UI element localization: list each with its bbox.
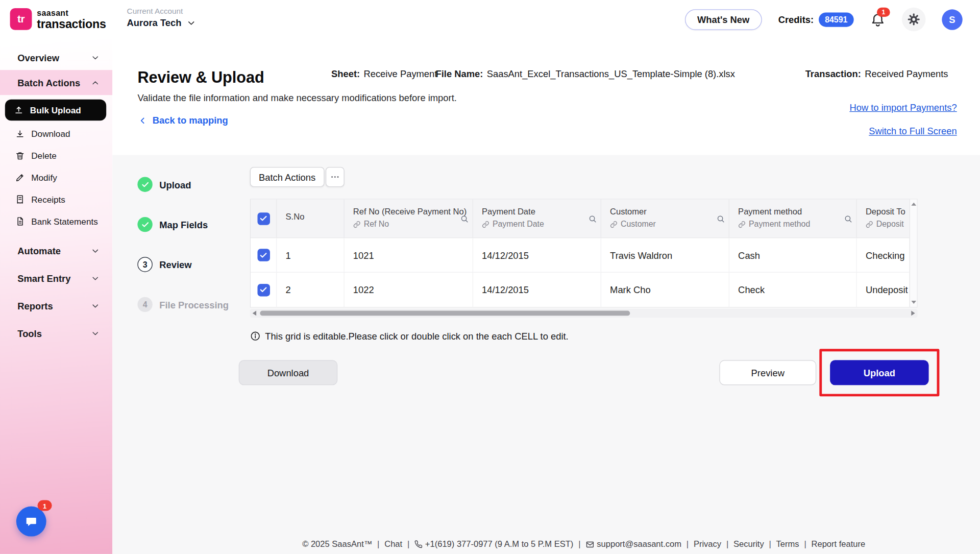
sidebar-item-receipts[interactable]: Receipts: [0, 188, 112, 210]
horizontal-scrollbar[interactable]: [250, 309, 918, 318]
footer-separator: |: [377, 540, 379, 549]
footer-security-link[interactable]: Security: [733, 540, 764, 549]
sheet-meta: Sheet: Receive Payment: [331, 68, 437, 79]
preview-button[interactable]: Preview: [719, 360, 816, 385]
scroll-up-arrow[interactable]: [911, 203, 916, 206]
link-icon: [482, 221, 489, 228]
receipt-icon: [15, 194, 25, 204]
switch-fullscreen-link[interactable]: Switch to Full Screen: [869, 126, 957, 136]
link-icon: [353, 221, 361, 228]
brand-name-bottom: transactions: [37, 18, 106, 30]
credits: Credits: 84591: [778, 12, 854, 27]
chat-widget-button[interactable]: [16, 507, 46, 537]
how-to-import-link[interactable]: How to import Payments?: [849, 102, 957, 113]
sidebar-item-download[interactable]: Download: [0, 123, 112, 144]
scroll-left-arrow[interactable]: [253, 311, 256, 316]
step-review[interactable]: 3 Review: [137, 257, 191, 272]
user-avatar[interactable]: S: [942, 9, 962, 30]
notifications-button[interactable]: 1: [870, 12, 886, 28]
search-icon[interactable]: [844, 214, 852, 223]
review-grid: Batch Actions: [250, 167, 918, 342]
upload-button[interactable]: Upload: [830, 360, 928, 385]
sidebar-item-overview[interactable]: Overview: [0, 45, 112, 70]
data-table: S.No Ref No (Receive Payment No) Ref No: [250, 199, 918, 307]
sidebar: Overview Batch Actions Bulk Upload Downl…: [0, 39, 112, 554]
footer-report-link[interactable]: Report feature: [812, 540, 866, 549]
cell-payment-date[interactable]: 14/12/2015: [473, 238, 601, 272]
account-switcher[interactable]: Current Account Aurora Tech: [127, 7, 197, 28]
cell-customer[interactable]: Mark Cho: [601, 273, 729, 307]
credits-label: Credits:: [778, 14, 814, 25]
cell-ref-no[interactable]: 1022: [345, 273, 473, 307]
footer-terms-link[interactable]: Terms: [776, 540, 799, 549]
table-row: 2 1022 14/12/2015 Mark Cho Check Undepos…: [251, 273, 910, 307]
settings-button[interactable]: [902, 8, 926, 32]
cell-sno[interactable]: 2: [277, 273, 344, 307]
search-icon[interactable]: [460, 214, 469, 223]
step-map-fields[interactable]: Map Fields: [137, 217, 208, 232]
scroll-right-arrow[interactable]: [911, 311, 915, 316]
grid-edit-hint: This grid is editable.Please click or do…: [250, 331, 918, 342]
batch-actions-button[interactable]: Batch Actions: [250, 167, 325, 187]
sidebar-item-label: Overview: [17, 52, 59, 63]
column-mapped-field: Payment Date: [493, 220, 544, 229]
sidebar-item-bank-statements[interactable]: Bank Statements: [0, 210, 112, 232]
search-icon[interactable]: [716, 214, 725, 223]
cell-customer[interactable]: Travis Waldron: [601, 238, 729, 272]
chevron-down-icon: [91, 274, 100, 283]
whats-new-button[interactable]: What's New: [685, 9, 762, 30]
sidebar-item-tools[interactable]: Tools: [0, 320, 112, 347]
sidebar-item-automate[interactable]: Automate: [0, 237, 112, 264]
cell-ref-no[interactable]: 1021: [345, 238, 473, 272]
trash-icon: [15, 150, 25, 160]
sidebar-item-modify[interactable]: Modify: [0, 166, 112, 188]
back-link-label: Back to mapping: [153, 115, 228, 126]
footer-separator: |: [407, 540, 409, 549]
footer-privacy-link[interactable]: Privacy: [694, 540, 721, 549]
cell-payment-date[interactable]: 14/12/2015: [473, 273, 601, 307]
link-icon: [738, 221, 746, 228]
sidebar-item-reports[interactable]: Reports: [0, 292, 112, 320]
cell-deposit-to[interactable]: Undeposit: [857, 273, 910, 307]
header-controls: What's New Credits: 84591 1: [685, 0, 963, 39]
sheet-value: Receive Payment: [363, 68, 437, 79]
footer-email-link[interactable]: support@saasant.com: [597, 540, 681, 549]
download-button[interactable]: Download: [239, 360, 337, 385]
footer-separator: |: [687, 540, 689, 549]
select-all-checkbox[interactable]: [257, 212, 270, 225]
file-name-label: File Name:: [435, 68, 483, 79]
cell-sno[interactable]: 1: [277, 238, 344, 272]
table-header-row: S.No Ref No (Receive Payment No) Ref No: [251, 200, 910, 238]
sidebar-item-delete[interactable]: Delete: [0, 144, 112, 166]
column-header-customer: Customer Customer: [601, 200, 729, 238]
cell-deposit-to[interactable]: Checking: [857, 238, 910, 272]
sidebar-item-label: Bulk Upload: [30, 105, 81, 115]
column-header-deposit-to: Deposit To Deposit: [857, 200, 910, 238]
footer-chat-link[interactable]: Chat: [384, 540, 402, 549]
column-header-payment-method: Payment method Payment method: [729, 200, 857, 238]
sidebar-item-batch-actions[interactable]: Batch Actions: [0, 70, 112, 95]
step-number: 3: [137, 257, 152, 272]
row-checkbox[interactable]: [257, 249, 270, 261]
step-number: 4: [137, 297, 152, 312]
row-checkbox[interactable]: [257, 283, 270, 296]
column-header-sno: S.No: [277, 200, 344, 238]
more-options-button[interactable]: [326, 167, 345, 187]
scroll-down-arrow[interactable]: [911, 301, 916, 304]
page-header: Review & Upload Sheet: Receive Payment F…: [112, 39, 980, 155]
back-to-mapping-link[interactable]: Back to mapping: [137, 115, 228, 126]
cell-payment-method[interactable]: Check: [729, 273, 857, 307]
step-check-icon: [137, 177, 152, 192]
horizontal-scrollbar-thumb[interactable]: [260, 311, 630, 316]
cell-payment-method[interactable]: Cash: [729, 238, 857, 272]
chevron-left-icon: [137, 115, 148, 126]
step-upload[interactable]: Upload: [137, 177, 191, 192]
step-check-icon: [137, 217, 152, 232]
footer-phone-link[interactable]: +1(619) 377-0977 (9 A.M to 5 P.M EST): [425, 540, 574, 549]
chevron-down-icon: [91, 328, 100, 338]
vertical-scrollbar[interactable]: [910, 200, 917, 307]
search-icon[interactable]: [588, 214, 597, 223]
table-row: 1 1021 14/12/2015 Travis Waldron Cash Ch…: [251, 238, 910, 273]
sidebar-item-bulk-upload[interactable]: Bulk Upload: [5, 100, 106, 121]
sidebar-item-smart-entry[interactable]: Smart Entry: [0, 264, 112, 292]
